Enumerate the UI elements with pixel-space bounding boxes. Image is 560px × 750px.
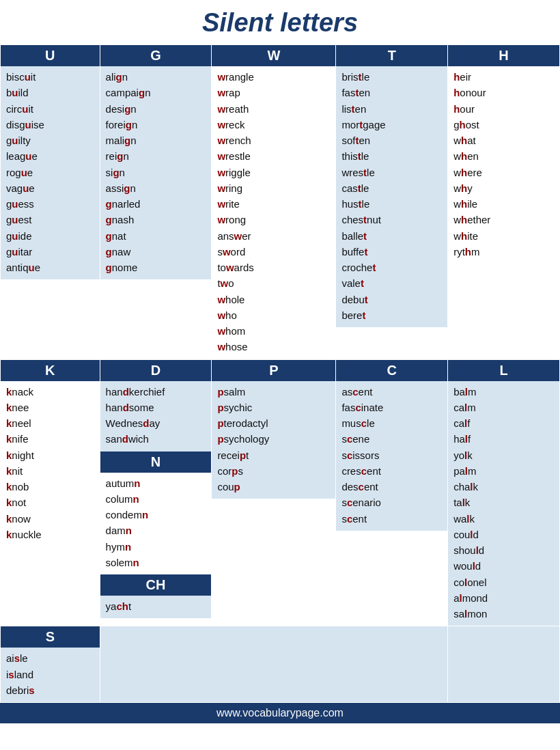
col-header-D: D [100,360,212,381]
list-item: buffet [341,244,443,260]
list-item: when [453,148,555,164]
silent-letter: l [470,481,473,492]
list-item: foreign [106,117,208,133]
list-item: hour [453,101,555,117]
silent-letter: u [12,214,18,225]
list-item: two [217,275,331,291]
list-item: write [217,196,331,212]
list-item: white [453,228,555,244]
list-item: disguise [6,117,96,133]
list-item: soften [341,133,443,148]
silent-letter: d [123,402,129,413]
silent-letter: k [6,513,12,525]
col-content-U: biscuitbuildcircuitdisguiseguiltyleaguer… [1,66,100,279]
list-item: campaign [106,85,208,100]
col-content-P: psalmpsychicpterodactylpsychologyreceipt… [212,381,335,499]
silent-letter: h [461,214,467,225]
silent-letter: w [217,198,225,210]
silent-letter: t [359,198,362,210]
list-item: balm [453,384,555,400]
list-item: who [217,307,331,323]
silent-letter: d [122,433,128,445]
list-item: gnat [106,228,208,244]
list-item: should [453,542,555,558]
list-item: sandwich [106,431,208,447]
col-header-CH: CH [100,574,212,596]
silent-letter: d [123,386,129,398]
list-item: biscuit [6,69,96,85]
silent-letter: u [25,119,31,130]
silent-letter: w [226,262,234,273]
silent-letter: g [113,167,119,178]
silent-letter: h [461,167,467,178]
col-content-S: aisleislanddebris [1,648,100,702]
silent-letter: p [217,417,223,429]
list-item: scissors [341,447,443,463]
list-item: knight [6,447,96,463]
silent-letter: l [464,402,467,413]
list-item: reign [106,148,208,164]
list-item: Wednesday [106,415,208,431]
list-item: rogue [6,165,96,180]
silent-letter: k [6,449,12,461]
list-item: psalm [217,384,331,400]
silent-letter: t [363,230,367,242]
silent-letter: c [355,402,361,413]
list-item: while [453,196,555,212]
silent-letter: p [234,481,240,492]
list-item: ghost [453,117,555,133]
list-item: wrestle [341,165,443,180]
col-header-W: W [212,45,335,66]
silent-letter: l [476,544,479,556]
silent-letter: c [359,481,364,492]
silent-letter: t [358,150,361,162]
silent-letter: c [352,386,358,398]
silent-letter: c [347,513,352,525]
list-item: condemn [106,507,208,523]
silent-letter: t [355,135,359,146]
list-item: knack [6,384,96,400]
list-item: scene [341,431,443,447]
list-item: listen [341,101,443,117]
list-item: where [453,165,555,180]
silent-letter: w [217,71,225,83]
list-item: what [453,133,555,148]
col-header-G: G [100,45,212,66]
list-item: colonel [453,574,555,590]
silent-letter: t [355,87,359,98]
list-item: align [106,69,208,85]
list-item: talk [453,495,555,510]
silent-letter: l [464,608,467,620]
list-item: island [6,667,96,682]
col-content-T: bristlefastenlistenmortgagesoftenthistle… [336,66,447,327]
silent-letter: u [23,182,29,194]
list-item: scent [341,511,443,527]
silent-letter: l [464,449,467,461]
list-item: malign [106,133,208,148]
silent-letter: h [461,135,467,146]
silent-letter: l [464,417,467,429]
silent-letter: w [217,294,225,305]
silent-letter: p [240,449,246,461]
silent-letter: h [453,71,460,83]
list-item: build [6,85,96,100]
list-item: wrestle [217,148,331,164]
list-item: guess [6,196,96,212]
list-item: valet [341,275,443,291]
list-item: circuit [6,101,96,117]
list-item: handsome [106,400,208,415]
silent-letter: l [460,592,462,604]
list-item: receipt [217,447,331,463]
silent-letter: w [217,150,225,162]
col-header-T: T [336,45,447,66]
col-content-C: ascentfascinatemusclescenescissorscresce… [336,381,447,531]
silent-letter: g [124,182,130,194]
list-item: would [453,558,555,574]
list-item: knee [6,400,96,415]
silent-letter: h [461,230,467,242]
list-item: psychic [217,400,331,415]
silent-letter: k [6,465,12,477]
silent-letter: w [217,103,225,115]
list-item: pterodactyl [217,415,331,431]
silent-letter: u [12,230,18,242]
